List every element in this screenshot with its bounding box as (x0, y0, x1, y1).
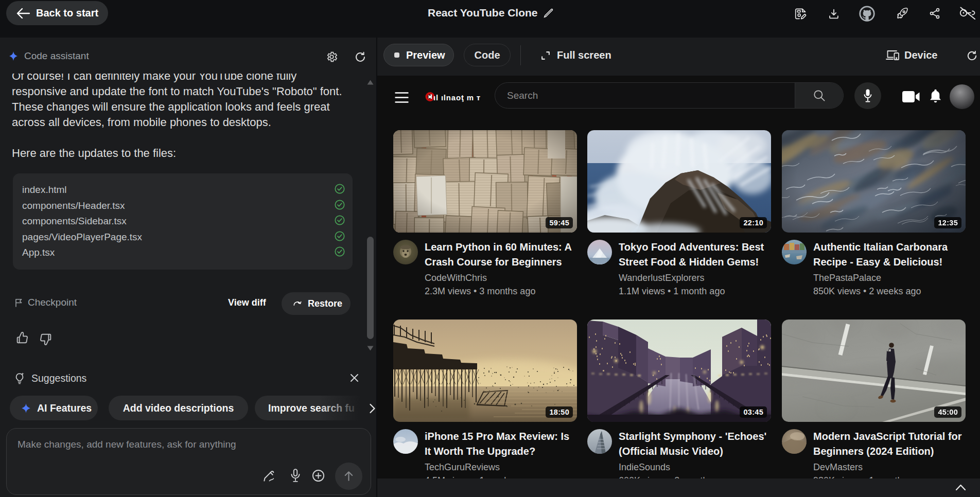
svg-text:ıl ılnaoţ m т: ıl ılnaoţ m т (433, 93, 481, 102)
